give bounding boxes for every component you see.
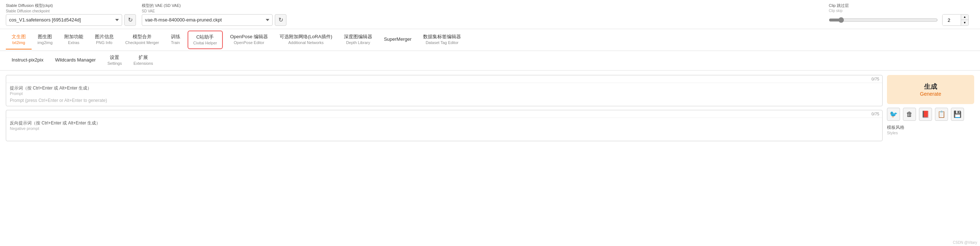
vae-model-select[interactable]: vae-ft-mse-840000-ema-pruned.ckpt bbox=[142, 14, 273, 26]
positive-prompt-counter: 0/75 bbox=[6, 75, 882, 83]
positive-prompt-box: 0/75 提示词（按 Ctrl+Enter 或 Alt+Enter 生成） Pr… bbox=[6, 75, 883, 106]
negative-prompt-placeholder[interactable] bbox=[6, 131, 882, 141]
top-bar: Stable Diffusion 模型(ckpt) Stable Diffusi… bbox=[0, 0, 980, 29]
tab-txt2img[interactable]: 文生图 txt2img bbox=[6, 30, 32, 50]
sd-model-section: Stable Diffusion 模型(ckpt) Stable Diffusi… bbox=[6, 3, 136, 26]
tab-extensions[interactable]: 扩展 Extensions bbox=[127, 51, 159, 70]
vae-select-wrapper: vae-ft-mse-840000-ema-pruned.ckpt ↻ bbox=[142, 14, 286, 26]
clip-skip-controls: 2 ▲ ▼ bbox=[829, 14, 974, 26]
clip-skip-down[interactable]: ▼ bbox=[961, 20, 968, 26]
clip-skip-section: Clip 跳过层 Clip skip 2 ▲ ▼ bbox=[829, 3, 974, 26]
vae-refresh-button[interactable]: ↻ bbox=[275, 14, 286, 26]
tab-openpose-editor[interactable]: OpenPose 编辑器 OpenPose Editor bbox=[224, 30, 274, 50]
tab-checkpoint-merger[interactable]: 模型合并 Checkpoint Merger bbox=[119, 30, 165, 50]
clip-skip-label: Clip 跳过层 Clip skip bbox=[829, 3, 974, 13]
clip-skip-number: 2 ▲ ▼ bbox=[942, 14, 969, 26]
trash-icon[interactable]: 🗑 bbox=[903, 108, 916, 121]
left-panel: 0/75 提示词（按 Ctrl+Enter 或 Alt+Enter 生成） Pr… bbox=[6, 75, 883, 145]
clip-skip-input[interactable]: 2 bbox=[943, 14, 961, 26]
tab-civitai-helper[interactable]: C站助手 Civitai Helper bbox=[188, 30, 223, 49]
clip-skip-slider[interactable] bbox=[829, 17, 938, 23]
tab-instruct-pix2pix[interactable]: Instruct-pix2pix bbox=[6, 53, 49, 68]
negative-prompt-counter: 0/75 bbox=[6, 110, 882, 118]
save-icon[interactable]: 💾 bbox=[951, 108, 964, 121]
main-tabs: 文生图 txt2img 图生图 img2img 附加功能 Extras 图片信息… bbox=[0, 29, 980, 51]
clip-skip-up[interactable]: ▲ bbox=[961, 14, 968, 20]
tab-supermerger[interactable]: SuperMerger bbox=[378, 33, 417, 47]
tab-wildcards-manager[interactable]: Wildcards Manager bbox=[49, 53, 102, 68]
tab-settings[interactable]: 设置 Settings bbox=[102, 51, 127, 70]
sd-model-select[interactable]: cos_V1.safetensors [6951d5424d] bbox=[6, 14, 122, 26]
clip-skip-spinners: ▲ ▼ bbox=[961, 14, 968, 26]
generate-button[interactable]: 生成 Generate bbox=[887, 75, 974, 104]
right-panel: 生成 Generate 🐦 🗑 📕 📋 💾 模板风格 Styles bbox=[887, 75, 974, 145]
tab-extras[interactable]: 附加功能 Extras bbox=[59, 30, 89, 50]
sd-model-label: Stable Diffusion 模型(ckpt) Stable Diffusi… bbox=[6, 3, 136, 13]
clipboard-icon[interactable]: 📋 bbox=[935, 108, 948, 121]
negative-prompt-box: 0/75 反向提示词（按 Ctrl+Enter 或 Alt+Enter 生成） … bbox=[6, 110, 883, 141]
vae-model-label: 模型的 VAE (SD VAE) SD VAE bbox=[142, 3, 286, 13]
tab-additional-networks[interactable]: 可选附加网络(LoRA插件) Additional Networks bbox=[274, 30, 338, 50]
sd-refresh-button[interactable]: ↻ bbox=[124, 14, 136, 26]
tab-dataset-tag-editor[interactable]: 数据集标签编辑器 Dataset Tag Editor bbox=[417, 30, 467, 50]
sd-select-wrapper: cos_V1.safetensors [6951d5424d] ↻ bbox=[6, 14, 136, 26]
positive-prompt-labels: 提示词（按 Ctrl+Enter 或 Alt+Enter 生成） Prompt bbox=[6, 83, 882, 96]
tab-img2img[interactable]: 图生图 img2img bbox=[32, 30, 59, 50]
secondary-tabs: Instruct-pix2pix Wildcards Manager 设置 Se… bbox=[0, 51, 980, 70]
watermark: CSDN @Vitary bbox=[953, 241, 977, 244]
styles-label: 模板风格 Styles bbox=[887, 125, 974, 135]
vae-model-section: 模型的 VAE (SD VAE) SD VAE vae-ft-mse-84000… bbox=[142, 3, 286, 26]
negative-prompt-labels: 反向提示词（按 Ctrl+Enter 或 Alt+Enter 生成） Negat… bbox=[6, 118, 882, 131]
tab-depth-library[interactable]: 深度图编辑器 Depth Library bbox=[338, 30, 378, 50]
tab-train[interactable]: 训练 Train bbox=[165, 30, 186, 50]
main-content: 0/75 提示词（按 Ctrl+Enter 或 Alt+Enter 生成） Pr… bbox=[0, 70, 980, 149]
tab-png-info[interactable]: 图片信息 PNG Info bbox=[89, 30, 119, 50]
tool-icons-row: 🐦 🗑 📕 📋 💾 bbox=[887, 108, 974, 121]
book-icon[interactable]: 📕 bbox=[919, 108, 932, 121]
positive-prompt-placeholder[interactable]: Prompt (press Ctrl+Enter or Alt+Enter to… bbox=[6, 96, 882, 106]
twitter-icon[interactable]: 🐦 bbox=[887, 108, 900, 121]
